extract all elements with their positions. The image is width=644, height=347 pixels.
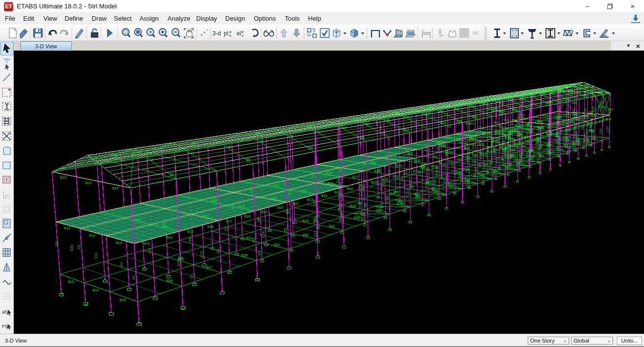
- svg-text:B15: B15: [473, 115, 478, 118]
- svg-text:C24: C24: [458, 171, 461, 177]
- svg-text:B28: B28: [241, 253, 248, 257]
- svg-text:L5: L5: [448, 125, 451, 128]
- svg-text:L82: L82: [550, 91, 556, 94]
- svg-text:B11: B11: [393, 111, 398, 114]
- svg-text:B24: B24: [370, 161, 376, 164]
- svg-text:B55: B55: [572, 101, 577, 104]
- svg-text:B51: B51: [530, 150, 535, 153]
- svg-text:C14: C14: [459, 137, 462, 143]
- svg-text:C17: C17: [563, 139, 566, 145]
- svg-text:C1: C1: [132, 275, 136, 280]
- svg-text:C21: C21: [436, 147, 439, 153]
- svg-text:B50: B50: [591, 137, 597, 140]
- svg-text:B29: B29: [273, 243, 280, 247]
- svg-text:L54: L54: [340, 126, 346, 129]
- svg-text:B32: B32: [449, 151, 454, 154]
- svg-text:B15: B15: [120, 298, 126, 302]
- svg-text:C9: C9: [386, 196, 389, 200]
- svg-text:B15: B15: [187, 230, 194, 233]
- svg-text:C18: C18: [502, 127, 508, 130]
- svg-text:pl: pl: [224, 30, 228, 37]
- svg-text:C36: C36: [565, 128, 571, 131]
- svg-text:B25: B25: [301, 189, 307, 192]
- svg-text:B34: B34: [479, 143, 484, 146]
- svg-text:B65: B65: [505, 96, 510, 99]
- svg-text:B27: B27: [599, 91, 604, 94]
- svg-text:L3: L3: [517, 121, 520, 124]
- svg-text:C8: C8: [500, 129, 503, 133]
- svg-text:C60: C60: [485, 151, 488, 157]
- svg-text:C6: C6: [77, 245, 81, 249]
- svg-text:B25: B25: [562, 85, 567, 88]
- svg-text:B7: B7: [309, 124, 313, 127]
- svg-text:B44: B44: [539, 155, 544, 158]
- svg-text:B55: B55: [537, 133, 542, 136]
- svg-text:C61: C61: [584, 143, 590, 146]
- svg-text:L64: L64: [426, 111, 432, 114]
- svg-text:B26: B26: [562, 120, 565, 125]
- svg-text:B57: B57: [550, 129, 553, 134]
- svg-text:C12: C12: [288, 189, 291, 195]
- svg-text:B16: B16: [446, 136, 451, 139]
- svg-text:C23: C23: [527, 139, 530, 145]
- svg-text:B26: B26: [350, 204, 356, 208]
- svg-text:B46: B46: [558, 148, 564, 151]
- svg-text:C7: C7: [464, 140, 467, 144]
- svg-text:C17: C17: [451, 161, 454, 167]
- svg-text:L88: L88: [576, 87, 582, 90]
- svg-text:B7: B7: [576, 138, 579, 142]
- svg-text:B14: B14: [321, 194, 328, 197]
- svg-text:C18: C18: [413, 158, 416, 163]
- svg-text:B26: B26: [328, 182, 334, 185]
- svg-text:B14: B14: [93, 288, 99, 292]
- svg-text:L51: L51: [568, 91, 574, 94]
- svg-text:B13: B13: [441, 121, 446, 124]
- svg-text:C13: C13: [381, 180, 385, 187]
- svg-text:L35: L35: [588, 111, 593, 114]
- svg-text:B23: B23: [566, 97, 571, 100]
- svg-text:C16: C16: [377, 166, 380, 172]
- svg-text:B16: B16: [135, 218, 141, 221]
- svg-text:B19: B19: [606, 118, 611, 121]
- svg-text:C30: C30: [529, 155, 535, 158]
- svg-text:L74: L74: [601, 105, 606, 108]
- svg-text:L42: L42: [147, 158, 153, 161]
- svg-text:L17: L17: [558, 99, 564, 102]
- svg-text:B7: B7: [309, 146, 313, 150]
- svg-text:B20: B20: [273, 184, 280, 188]
- svg-text:C16: C16: [558, 137, 561, 143]
- svg-text:C17: C17: [573, 124, 578, 127]
- svg-text:B20: B20: [277, 206, 284, 209]
- svg-text:B16: B16: [207, 225, 214, 228]
- svg-text:B7: B7: [547, 140, 550, 144]
- svg-text:L72: L72: [496, 100, 501, 103]
- svg-text:B68: B68: [510, 149, 515, 152]
- svg-text:L80: L80: [541, 93, 546, 95]
- svg-text:B11: B11: [404, 128, 409, 131]
- svg-text:C16: C16: [489, 130, 492, 136]
- svg-text:B5: B5: [256, 132, 260, 135]
- svg-text:B23: B23: [545, 88, 550, 91]
- svg-text:B15: B15: [112, 187, 119, 190]
- svg-text:C20: C20: [396, 190, 399, 196]
- svg-text:B3: B3: [170, 173, 174, 176]
- svg-text:C14: C14: [336, 177, 339, 183]
- svg-text:C5: C5: [148, 248, 152, 252]
- svg-text:C15: C15: [546, 144, 549, 150]
- svg-text:B21: B21: [526, 91, 532, 94]
- svg-text:L52: L52: [315, 130, 321, 133]
- svg-text:B9: B9: [360, 136, 365, 140]
- svg-text:C10: C10: [385, 154, 389, 160]
- svg-text:C21: C21: [492, 171, 495, 177]
- svg-text:C10: C10: [313, 199, 316, 206]
- svg-text:B38: B38: [517, 133, 523, 136]
- svg-text:B37: B37: [589, 129, 594, 132]
- svg-text:L56: L56: [560, 90, 566, 93]
- svg-text:C20: C20: [537, 119, 540, 125]
- svg-text:L48: L48: [258, 140, 264, 143]
- svg-text:B19: B19: [525, 105, 530, 108]
- svg-text:C60: C60: [468, 152, 474, 155]
- svg-text:B41: B41: [461, 153, 464, 158]
- svg-text:C15: C15: [475, 133, 477, 139]
- svg-text:B47: B47: [585, 128, 588, 134]
